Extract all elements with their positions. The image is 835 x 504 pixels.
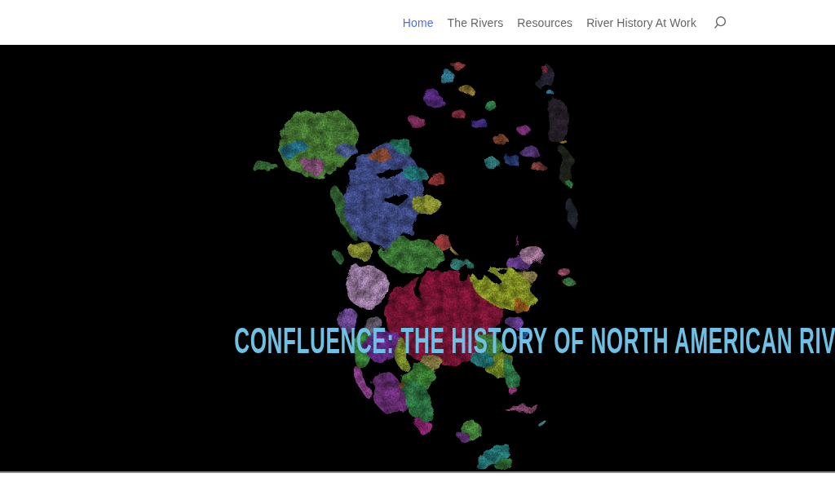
site-header: HomeThe RiversResourcesRiver History At … bbox=[0, 0, 835, 45]
river-basins-map bbox=[0, 45, 835, 471]
nav-wrap: HomeThe RiversResourcesRiver History At … bbox=[403, 15, 727, 30]
hero-title: CONFLUENCE: THE HISTORY OF NORTH AMERICA… bbox=[0, 320, 835, 362]
nav-item-home[interactable]: Home bbox=[403, 16, 434, 29]
nav-item-the-rivers[interactable]: The Rivers bbox=[448, 16, 504, 29]
search-button[interactable] bbox=[713, 15, 727, 30]
nav-item-resources[interactable]: Resources bbox=[517, 16, 572, 29]
footer-spacer bbox=[0, 473, 835, 504]
search-icon bbox=[713, 15, 727, 30]
hero-title-text: CONFLUENCE: THE HISTORY OF NORTH AMERICA… bbox=[234, 320, 835, 362]
hero-section: CONFLUENCE: THE HISTORY OF NORTH AMERICA… bbox=[0, 45, 835, 473]
main-nav: HomeThe RiversResourcesRiver History At … bbox=[403, 16, 696, 29]
river-texture-fine bbox=[0, 45, 835, 471]
nav-item-river-history-at-work[interactable]: River History At Work bbox=[586, 16, 696, 29]
page: HomeThe RiversResourcesRiver History At … bbox=[0, 0, 835, 504]
